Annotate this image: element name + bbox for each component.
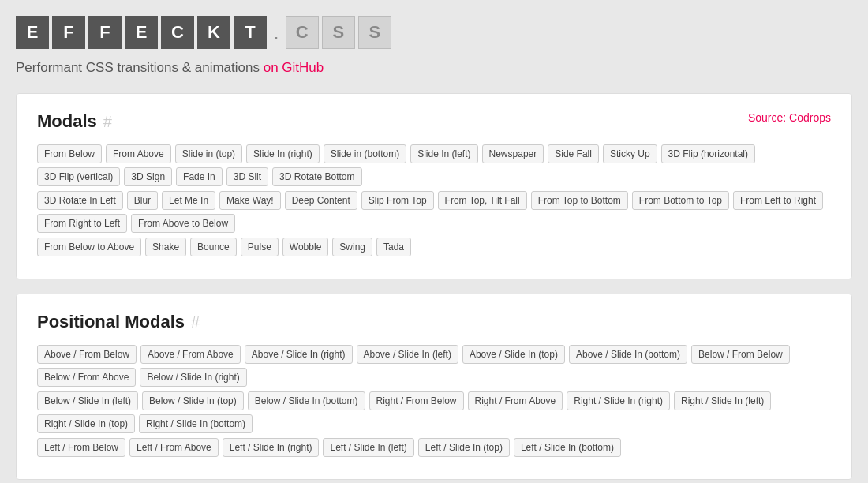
effect-button[interactable]: Right / From Above: [468, 391, 563, 410]
effect-button[interactable]: Left / Slide In (bottom): [514, 438, 621, 457]
logo-letter-e2: E: [125, 16, 158, 49]
source-link[interactable]: Codrops: [789, 111, 831, 124]
effect-button[interactable]: Above / Slide In (top): [462, 345, 565, 364]
effect-button[interactable]: Slip From Top: [361, 191, 434, 210]
section-title: Positional Modals #: [37, 312, 200, 332]
effect-button[interactable]: From Bottom to Top: [632, 191, 729, 210]
effect-button[interactable]: Below / Slide In (right): [140, 368, 246, 387]
section-title: Modals #: [37, 111, 112, 132]
logo-dot: .: [273, 20, 279, 45]
logo-css-s2: S: [358, 16, 391, 49]
effect-button[interactable]: Left / From Above: [129, 438, 219, 457]
source-label: Source: Codrops: [748, 111, 831, 124]
effect-button[interactable]: Right / Slide In (left): [674, 391, 771, 410]
effect-button[interactable]: Below / From Below: [691, 345, 790, 364]
section-positional-modals: Positional Modals #Above / From BelowAbo…: [16, 294, 852, 480]
logo: E F F E C K T . C S S: [16, 16, 852, 49]
effect-button[interactable]: From Top to Bottom: [531, 191, 628, 210]
section-modals: Modals #Source: CodropsFrom BelowFrom Ab…: [16, 93, 852, 279]
effect-button[interactable]: Left / Slide In (top): [418, 438, 510, 457]
effect-button[interactable]: From Below: [37, 144, 102, 163]
effect-button[interactable]: Pulse: [241, 238, 279, 256]
effect-button[interactable]: From Below to Above: [37, 238, 141, 256]
effect-button[interactable]: From Right to Left: [37, 214, 127, 233]
subtitle: Performant CSS transitions & animations …: [16, 60, 852, 76]
effect-button[interactable]: Above / From Above: [140, 345, 241, 364]
logo-letter-c: C: [161, 16, 194, 49]
effect-button[interactable]: Slide in (top): [175, 144, 242, 163]
section-hash: #: [191, 313, 200, 331]
effect-button[interactable]: Right / Slide In (right): [567, 391, 670, 410]
logo-css: C S S: [286, 16, 391, 49]
logo-css-c: C: [286, 16, 319, 49]
effect-button[interactable]: Below / Slide In (top): [142, 391, 244, 410]
effect-button[interactable]: Below / Slide In (left): [37, 391, 138, 410]
logo-letter-k: K: [197, 16, 230, 49]
logo-letter-t: T: [234, 16, 267, 49]
button-row-0: Above / From BelowAbove / From AboveAbov…: [37, 345, 831, 387]
effect-button[interactable]: Above / From Below: [37, 345, 137, 364]
effect-button[interactable]: Deep Content: [285, 191, 357, 210]
effect-button[interactable]: 3D Flip (horizontal): [661, 144, 755, 163]
effect-button[interactable]: Shake: [145, 238, 186, 256]
logo-letter-f2: F: [88, 16, 122, 49]
effect-button[interactable]: Below / Slide In (bottom): [248, 391, 365, 410]
effect-button[interactable]: Above / Slide In (right): [245, 345, 353, 364]
effect-button[interactable]: Slide in (bottom): [324, 144, 406, 163]
effect-button[interactable]: Sticky Up: [603, 144, 657, 163]
subtitle-text: Performant CSS transitions & animations: [16, 60, 260, 75]
effect-button[interactable]: 3D Rotate Bottom: [272, 167, 361, 186]
effect-button[interactable]: 3D Sign: [124, 167, 172, 186]
source-text: Source:: [748, 111, 786, 124]
effect-button[interactable]: Side Fall: [548, 144, 599, 163]
effect-button[interactable]: From Top, Tilt Fall: [438, 191, 527, 210]
button-row-0: From BelowFrom AboveSlide in (top)Slide …: [37, 144, 831, 186]
effect-button[interactable]: From Above to Below: [131, 214, 235, 233]
button-row-1: 3D Rotate In LeftBlurLet Me InMake Way!D…: [37, 191, 831, 233]
logo-letter-f1: F: [52, 16, 85, 49]
effect-button[interactable]: Left / Slide In (left): [323, 438, 413, 457]
card-header: Modals #Source: Codrops: [37, 111, 831, 144]
effect-button[interactable]: Tada: [376, 238, 411, 256]
effect-button[interactable]: Make Way!: [219, 191, 281, 210]
section-title-text: Positional Modals: [37, 312, 185, 332]
effect-button[interactable]: From Left to Right: [733, 191, 823, 210]
effect-button[interactable]: 3D Rotate In Left: [37, 191, 123, 210]
effect-button[interactable]: Left / Slide In (right): [223, 438, 320, 457]
effect-button[interactable]: Slide In (right): [246, 144, 320, 163]
effect-button[interactable]: Right / From Below: [369, 391, 464, 410]
button-row-1: Below / Slide In (left)Below / Slide In …: [37, 391, 831, 433]
github-link[interactable]: on GitHub: [264, 60, 324, 75]
effect-button[interactable]: Left / From Below: [37, 438, 125, 457]
effect-button[interactable]: Fade In: [176, 167, 223, 186]
section-title-text: Modals: [37, 111, 97, 132]
effect-button[interactable]: 3D Flip (vertical): [37, 167, 120, 186]
effect-button[interactable]: 3D Slit: [226, 167, 268, 186]
button-row-2: Left / From BelowLeft / From AboveLeft /…: [37, 438, 831, 457]
effect-button[interactable]: From Above: [106, 144, 171, 163]
logo-letter-e: E: [16, 16, 49, 49]
effect-button[interactable]: Newspaper: [482, 144, 544, 163]
logo-css-s1: S: [322, 16, 355, 49]
effect-button[interactable]: Slide In (left): [410, 144, 477, 163]
effect-button[interactable]: Bounce: [190, 238, 237, 256]
effect-button[interactable]: Right / Slide In (bottom): [139, 414, 253, 433]
effect-button[interactable]: Right / Slide In (top): [37, 414, 135, 433]
effect-button[interactable]: Swing: [332, 238, 372, 256]
effect-button[interactable]: Below / From Above: [37, 368, 136, 387]
effect-button[interactable]: Wobble: [282, 238, 328, 256]
card-header: Positional Modals #: [37, 312, 831, 345]
section-hash: #: [103, 113, 112, 131]
effect-button[interactable]: Let Me In: [162, 191, 215, 210]
button-row-2: From Below to AboveShakeBouncePulseWobbl…: [37, 238, 831, 256]
effect-button[interactable]: Above / Slide In (bottom): [569, 345, 687, 364]
effect-button[interactable]: Blur: [127, 191, 158, 210]
effect-button[interactable]: Above / Slide In (left): [357, 345, 458, 364]
